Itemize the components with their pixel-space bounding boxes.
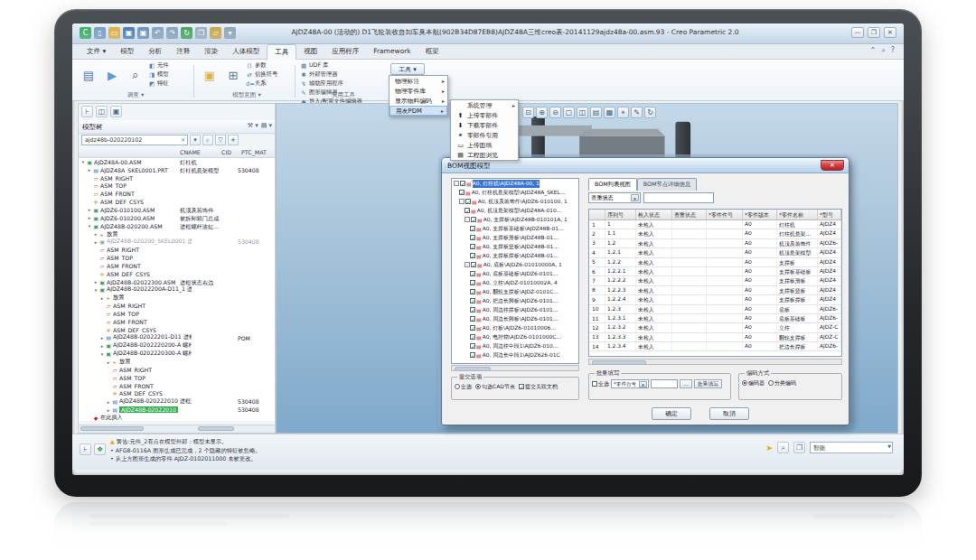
tree-row[interactable]: ✛ASM_DEF_CSYS bbox=[79, 198, 275, 206]
new-file-icon[interactable]: ▯ bbox=[94, 27, 106, 39]
command-search-icon[interactable]: ⌕ bbox=[881, 46, 885, 55]
tree-settings-icon[interactable]: ⚒ ▾ bbox=[248, 122, 258, 129]
tab-11[interactable]: 框架 bbox=[418, 44, 446, 60]
tree-row[interactable]: ▸▸放置 bbox=[79, 358, 275, 366]
bom-table-row[interactable]: 71.2.2.2未检入A0支撑板滑板AJDZ4 bbox=[589, 276, 841, 285]
pdm-menu-item-4[interactable]: ⚭零部件引用 bbox=[451, 130, 518, 140]
view-manager-icon[interactable]: ▦ bbox=[604, 107, 615, 118]
bom-checkbox[interactable]: ✓ bbox=[460, 181, 465, 186]
pdm-menu-item-1[interactable]: 系统管理▸ bbox=[451, 100, 518, 110]
bom-tree-row[interactable]: ✓▤A0, 翻轮支撑板\AJDZ-0101C… bbox=[452, 287, 578, 296]
find-button-icon[interactable]: ⌕ bbox=[125, 61, 146, 89]
radio-checked-cad-nodes[interactable]: 勾选CAD节点 bbox=[475, 383, 515, 391]
bom-tab-1[interactable]: BOM列表视图 bbox=[588, 178, 637, 191]
bom-checkbox[interactable]: ✓ bbox=[470, 316, 475, 322]
bom-checkbox[interactable]: ✓ bbox=[459, 190, 465, 195]
menu-item-3[interactable]: 显示物料编码▸ bbox=[389, 96, 447, 106]
bom-checkbox[interactable]: ✓ bbox=[465, 199, 471, 204]
tree-show-icon[interactable]: ▤ ▾ bbox=[261, 122, 272, 129]
tree-expand-box-icon[interactable]: - bbox=[459, 199, 465, 204]
windows-icon[interactable]: ❐ bbox=[195, 27, 207, 39]
publish-geometry-button-icon[interactable]: ▣ bbox=[199, 61, 221, 89]
display-style-icon[interactable]: ◫ bbox=[577, 107, 588, 118]
bom-tree-row[interactable]: ✓▤A0, 支撑板撑板\AJDZ48B-01… bbox=[452, 251, 578, 260]
tree-row[interactable]: ▱ASM_TOP bbox=[79, 254, 275, 262]
find-status-icon[interactable]: ⌕ bbox=[777, 442, 789, 453]
tree-row[interactable]: ▸▣AJDZ6-010200.ASM被拆卸箱门总成 bbox=[79, 214, 275, 222]
bom-col-header-5[interactable]: *零件件号 bbox=[707, 210, 743, 219]
saved-views-icon[interactable]: ▤ bbox=[590, 107, 602, 118]
bom-checkbox[interactable]: ✓ bbox=[470, 343, 475, 349]
bom-tree-row[interactable]: ✓▤A0, 支撑板基础板\AJDZ48B-01… bbox=[452, 224, 578, 233]
bom-col-header-1[interactable] bbox=[589, 210, 605, 219]
relations-button[interactable]: d=关系 bbox=[246, 79, 277, 88]
selection-filter-select[interactable]: 智能▼ bbox=[810, 442, 893, 453]
regenerate-icon[interactable]: ↻ bbox=[181, 27, 192, 39]
bom-table-hscrollbar[interactable] bbox=[588, 359, 842, 365]
menu-item-1[interactable]: 物理标注▸ bbox=[389, 76, 447, 86]
ribbon-group-label[interactable]: 实用工具 bbox=[300, 91, 387, 99]
tab-10[interactable]: Framework bbox=[366, 44, 418, 60]
bom-tree-row[interactable]: ✓▤A0, 周边柱中段1\AJDZ6-010… bbox=[452, 341, 578, 350]
radio-select-all[interactable]: 全选 bbox=[455, 383, 472, 391]
filter-icon[interactable]: ▽ bbox=[215, 135, 226, 145]
filter-value-input[interactable] bbox=[643, 192, 714, 203]
family-table-button-icon[interactable]: ⊞ bbox=[222, 61, 244, 89]
bom-table-row[interactable]: 131.2.3.3未检入A0翻轮支撑板AJDZ-C bbox=[589, 333, 841, 342]
tab-4[interactable]: 注释 bbox=[169, 44, 197, 60]
find-icon[interactable]: ⌕ bbox=[202, 135, 213, 145]
bom-tree-row[interactable]: ✓▤A0, 周边长中段1\AJDZ626-01C bbox=[452, 350, 578, 359]
tab-8[interactable]: 视图 bbox=[296, 44, 324, 60]
tree-row[interactable]: ▸▣AJDZ6-010100.ASM机顶及装饰件 bbox=[79, 206, 275, 214]
close-folder-icon[interactable]: ▱ bbox=[210, 27, 221, 39]
ok-button[interactable]: 确定 bbox=[652, 407, 691, 420]
menu-item-2[interactable]: 物理零件库▸ bbox=[389, 86, 447, 96]
bom-col-header-2[interactable]: 序列号 bbox=[605, 210, 636, 219]
pdm-menu-item-5[interactable]: ▭上传图纸 bbox=[451, 140, 518, 150]
bom-checkbox[interactable]: ✓ bbox=[470, 280, 475, 285]
bom-table-row[interactable]: 91.2.2.4未检入A0支撑板撑板AJDZ4 bbox=[589, 295, 841, 304]
bom-checkbox[interactable]: ✓ bbox=[465, 208, 470, 213]
bom-table-row[interactable]: 21.1未检入A0灯柱机悬架…AJDZ4 bbox=[589, 229, 841, 238]
udf-library-button[interactable]: ▦UDF 库 bbox=[300, 61, 362, 70]
bom-table-row[interactable]: 101.2.3未检入A0底板AJDZ6- bbox=[589, 305, 841, 314]
tab-9[interactable]: 应用程序 bbox=[324, 44, 366, 60]
bom-checkbox[interactable]: ✓ bbox=[470, 334, 475, 340]
tree-row[interactable]: ▱ASM_TOP bbox=[79, 374, 275, 382]
bom-col-header-7[interactable]: *零件名称 bbox=[777, 210, 818, 219]
bom-checkbox[interactable]: ✓ bbox=[471, 262, 476, 267]
column-cname[interactable]: CNAME bbox=[180, 149, 201, 155]
tree-row[interactable]: ◆在此插入 bbox=[79, 414, 275, 421]
open-file-icon[interactable]: ▭ bbox=[108, 27, 120, 39]
bom-table-row[interactable]: 121.2.3.2未检入A0立柱AJDZ-C bbox=[589, 323, 841, 332]
tab-5[interactable]: 渲染 bbox=[197, 44, 225, 60]
tab-1[interactable]: 文件 ▾ bbox=[80, 44, 113, 60]
bom-table-row[interactable]: 111.2.3.1未检入A0底板基础板AJDZ6- bbox=[589, 314, 841, 323]
bom-col-header-4[interactable]: 查重状态 bbox=[672, 210, 707, 219]
help-icon[interactable]: ? bbox=[891, 46, 895, 55]
bom-checkbox[interactable]: ✓ bbox=[470, 352, 475, 358]
checkbox-batch-select-all[interactable]: 全选 bbox=[592, 380, 609, 388]
tree-row[interactable]: ▸▤AJDZ48B-02022201-D11 进框螺杆POM bbox=[79, 334, 275, 342]
bom-table-row[interactable]: 51.2.2未检入A0支撑板AJDZ4 bbox=[589, 258, 841, 267]
tree-row[interactable]: ▱ASM_TOP bbox=[79, 310, 275, 318]
zoom-in-icon[interactable]: ⊕ bbox=[536, 107, 548, 118]
save-icon[interactable]: ▣ bbox=[123, 27, 135, 39]
feature-info-button[interactable]: ◩特征 bbox=[148, 79, 169, 88]
model-player-button-icon[interactable]: ▶ bbox=[101, 61, 123, 89]
bom-table-row[interactable]: 61.2.2.1未检入A0支撑板基础板AJDZ4 bbox=[589, 267, 841, 276]
tree-expand-box-icon[interactable]: - bbox=[465, 217, 470, 222]
tree-expand-box-icon[interactable]: - bbox=[465, 262, 470, 267]
tab-3[interactable]: 分析 bbox=[141, 44, 169, 60]
switch-symbols-button[interactable]: ⇄切换符号 bbox=[246, 70, 277, 79]
pdm-menu-item-2[interactable]: ⬆上传零部件 bbox=[451, 110, 518, 120]
minimize-button[interactable]: — bbox=[851, 27, 864, 38]
bom-tree-row[interactable]: ✓▤A0, 立柱\AJDZ-01010002A, 4 bbox=[452, 278, 578, 287]
bom-tab-2[interactable]: BOM节点详细信息 bbox=[637, 178, 697, 191]
component-info-button[interactable]: ◧元件 bbox=[148, 61, 169, 70]
bom-tree-row[interactable]: -✓▤A0, 灯柱机\AJDZ48A-00, 1 bbox=[452, 179, 578, 188]
bom-tree-row[interactable]: -✓▤A0, 支撑板\AJDZ48B-010101A, 1 bbox=[452, 215, 578, 224]
pdm-menu-item-3[interactable]: ⬇下载零部件 bbox=[451, 120, 518, 130]
undo-icon[interactable]: ↶ bbox=[152, 27, 164, 39]
tree-row[interactable]: ▱ASM_FRONT bbox=[79, 318, 275, 326]
